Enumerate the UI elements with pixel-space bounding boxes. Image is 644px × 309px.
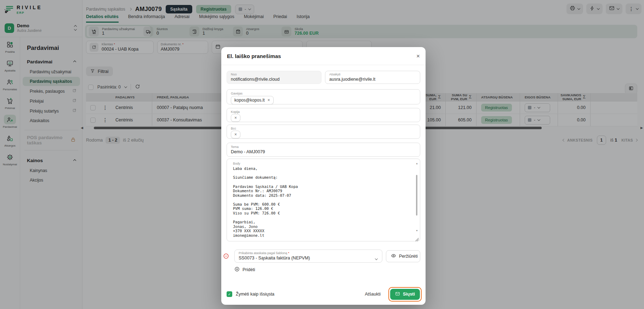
eye-icon	[391, 253, 396, 259]
remove-attachment-icon[interactable]	[223, 253, 229, 261]
app-root: RIVILE ERP D Demo Aušra Juodienė Pradžia	[0, 0, 644, 309]
plus-circle-icon	[234, 267, 240, 273]
send-button[interactable]: Siųsti	[390, 289, 420, 300]
cc-empty-chip[interactable]: ×	[231, 114, 240, 122]
scroll-down-icon[interactable]: ▼	[416, 229, 418, 232]
subject-field[interactable]: Tema Demo - AMJ0079	[227, 143, 420, 157]
email-body-text[interactable]: Laba diena, Siunčiame dokumentą: Pardavi…	[231, 166, 416, 238]
mark-sent-label: Žymėti kaip išsiųsta	[236, 292, 274, 297]
scrollbar-thumb[interactable]	[416, 175, 417, 216]
field-label: Prikabinta ataskaita pagal šabloną	[239, 251, 287, 255]
field-label: Body	[231, 161, 416, 166]
cancel-button[interactable]: Atšaukti	[361, 290, 384, 299]
annotation-highlight: Siųsti	[388, 287, 422, 302]
preview-button[interactable]: Peržiūrėti	[386, 250, 420, 262]
field-value: SS0073 - Sąskaita faktūra (NEPVM)	[239, 255, 378, 261]
mark-sent-checkbox[interactable]: ✓	[227, 291, 232, 297]
field-value: notifications@rivile.cloud	[231, 76, 317, 82]
from-field: Nuo notifications@rivile.cloud	[227, 71, 321, 84]
field-label: Kopija	[231, 110, 416, 114]
chip-label: kopos@kopos.lt	[234, 98, 265, 103]
field-label: Atsakyti	[329, 72, 416, 76]
modal-header: El. laiško pranešimas ×	[221, 47, 426, 65]
preview-label: Peržiūrėti	[399, 254, 418, 259]
field-value: ausra.juodiene@rivile.lt	[329, 76, 416, 82]
body-field[interactable]: Body Laba diena, Siunčiame dokumentą: Pa…	[227, 159, 420, 241]
cc-field[interactable]: Kopija ×	[227, 108, 420, 122]
chevron-down-icon	[375, 257, 378, 260]
send-label: Siųsti	[403, 292, 415, 297]
add-label: Pridėti	[243, 267, 255, 272]
recipients-field[interactable]: Gavėjas kopos@kopos.lt ×	[227, 89, 420, 104]
recipient-chip[interactable]: kopos@kopos.lt ×	[231, 96, 274, 104]
envelope-icon	[395, 291, 400, 297]
field-label: Tema	[231, 145, 416, 149]
scroll-up-icon[interactable]: ▲	[416, 162, 418, 165]
reply-to-field[interactable]: Atsakyti ausra.juodiene@rivile.lt	[325, 71, 420, 84]
chip-remove-icon[interactable]: ×	[234, 116, 237, 120]
attachment-template-select[interactable]: Prikabinta ataskaita pagal šabloną * SS0…	[234, 250, 382, 263]
check-icon: ✓	[228, 292, 231, 296]
field-value: Demo - AMJ0079	[231, 149, 416, 155]
chip-remove-icon[interactable]: ×	[234, 132, 237, 137]
required-marker: *	[288, 251, 290, 255]
bcc-field[interactable]: Bcc ×	[227, 125, 420, 139]
bcc-empty-chip[interactable]: ×	[231, 131, 240, 138]
email-modal: El. laiško pranešimas × Nuo notification…	[221, 47, 426, 305]
modal-footer: ✓ Žymėti kaip išsiųsta Atšaukti Siųsti	[227, 287, 422, 301]
field-label: Gavėjas	[231, 91, 416, 96]
chip-remove-icon[interactable]: ×	[268, 98, 270, 102]
add-attachment-button[interactable]: Pridėti	[234, 267, 255, 273]
resize-grip[interactable]	[415, 236, 419, 240]
close-icon[interactable]: ×	[416, 53, 420, 59]
field-label: Bcc	[231, 126, 416, 131]
modal-title: El. laiško pranešimas	[227, 53, 281, 59]
field-label: Nuo	[231, 72, 317, 76]
